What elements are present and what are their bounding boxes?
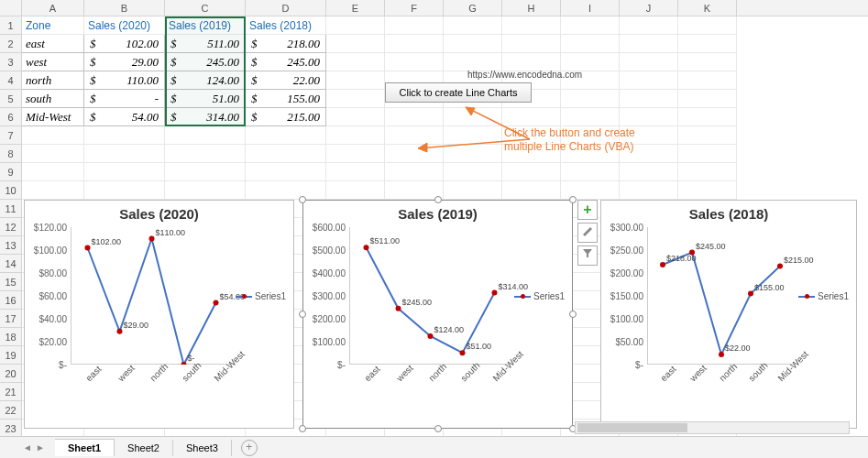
cell-G10[interactable] xyxy=(444,181,502,200)
row-header[interactable]: 18 xyxy=(0,328,22,346)
cell-B6[interactable]: $54.00 xyxy=(84,108,165,126)
cell-G2[interactable] xyxy=(444,35,502,53)
cell-F1[interactable] xyxy=(385,16,444,35)
resize-handle[interactable] xyxy=(299,311,306,318)
cell-E10[interactable] xyxy=(326,181,385,200)
cell-C2[interactable]: $511.00 xyxy=(165,35,246,53)
cell-C8[interactable] xyxy=(165,145,246,163)
cell-D8[interactable] xyxy=(246,145,326,163)
cell-A9[interactable] xyxy=(22,163,84,181)
cell-E3[interactable] xyxy=(326,53,385,71)
cell-J6[interactable] xyxy=(620,108,678,126)
tab-next-icon[interactable]: ► xyxy=(35,442,46,453)
column-header-J[interactable]: J xyxy=(620,0,678,16)
cell-I2[interactable] xyxy=(561,35,620,53)
cell-K4[interactable] xyxy=(678,71,737,90)
cell-A2[interactable]: east xyxy=(22,35,84,53)
cell-J9[interactable] xyxy=(620,163,678,181)
column-header-D[interactable]: D xyxy=(246,0,326,16)
row-header[interactable]: 1 xyxy=(0,16,22,35)
cell-D9[interactable] xyxy=(246,163,326,181)
cell-C9[interactable] xyxy=(165,163,246,181)
cell-J4[interactable] xyxy=(620,71,678,90)
tab-sheet1[interactable]: Sheet1 xyxy=(55,439,115,456)
create-charts-button[interactable]: Click to create Line Charts xyxy=(385,82,532,103)
tab-sheet3[interactable]: Sheet3 xyxy=(173,440,232,456)
cell-B4[interactable]: $110.00 xyxy=(84,71,165,90)
cell-F9[interactable] xyxy=(385,163,444,181)
cell-D2[interactable]: $218.00 xyxy=(246,35,326,53)
cell-J3[interactable] xyxy=(620,53,678,71)
row-header[interactable]: 2 xyxy=(0,35,22,53)
row-header[interactable]: 16 xyxy=(0,291,22,310)
column-header-B[interactable]: B xyxy=(84,0,165,16)
cell-D4[interactable]: $22.00 xyxy=(246,71,326,90)
cell-K3[interactable] xyxy=(678,53,737,71)
cell-G1[interactable] xyxy=(444,16,502,35)
cell-D7[interactable] xyxy=(246,126,326,145)
row-header[interactable]: 6 xyxy=(0,108,22,126)
cell-C6[interactable]: $314.00 xyxy=(165,108,246,126)
cell-E6[interactable] xyxy=(326,108,385,126)
row-header[interactable]: 20 xyxy=(0,365,22,383)
cell-F3[interactable] xyxy=(385,53,444,71)
cell-I9[interactable] xyxy=(561,163,620,181)
row-header[interactable]: 15 xyxy=(0,273,22,291)
cell-B9[interactable] xyxy=(84,163,165,181)
cell-D3[interactable]: $245.00 xyxy=(246,53,326,71)
resize-handle[interactable] xyxy=(434,196,442,203)
cell-C5[interactable]: $51.00 xyxy=(165,90,246,108)
tab-prev-icon[interactable]: ◄ xyxy=(22,442,33,453)
cell-A8[interactable] xyxy=(22,145,84,163)
cell-A7[interactable] xyxy=(22,126,84,145)
row-header[interactable]: 14 xyxy=(0,255,22,273)
chart-filter-button[interactable] xyxy=(577,245,598,266)
row-header[interactable]: 22 xyxy=(0,401,22,420)
row-header[interactable]: 8 xyxy=(0,145,22,163)
cell-A1[interactable]: Zone xyxy=(22,16,84,35)
column-header-H[interactable]: H xyxy=(502,0,561,16)
chart-sales-2019[interactable]: Sales (2019)$-$100.00$200.00$300.00$400.… xyxy=(302,200,573,429)
cell-K7[interactable] xyxy=(678,126,737,145)
cell-C10[interactable] xyxy=(165,181,246,200)
row-header[interactable]: 10 xyxy=(0,181,22,200)
horizontal-scrollbar[interactable] xyxy=(575,421,850,434)
row-header[interactable]: 17 xyxy=(0,310,22,328)
cell-F2[interactable] xyxy=(385,35,444,53)
chart-elements-button[interactable]: + xyxy=(577,200,598,220)
row-header[interactable]: 21 xyxy=(0,383,22,401)
cell-E5[interactable] xyxy=(326,90,385,108)
cell-J5[interactable] xyxy=(620,90,678,108)
cell-D1[interactable]: Sales (2018) xyxy=(246,16,326,35)
cell-J10[interactable] xyxy=(620,181,678,200)
cell-K10[interactable] xyxy=(678,181,737,200)
cell-B2[interactable]: $102.00 xyxy=(84,35,165,53)
column-header-E[interactable]: E xyxy=(326,0,385,16)
resize-handle[interactable] xyxy=(434,425,442,432)
cell-I1[interactable] xyxy=(561,16,620,35)
cell-C3[interactable]: $245.00 xyxy=(165,53,246,71)
cell-E1[interactable] xyxy=(326,16,385,35)
tab-sheet2[interactable]: Sheet2 xyxy=(115,440,173,456)
cell-E9[interactable] xyxy=(326,163,385,181)
row-header[interactable]: 7 xyxy=(0,126,22,145)
cell-J2[interactable] xyxy=(620,35,678,53)
row-header[interactable]: 3 xyxy=(0,53,22,71)
cell-I3[interactable] xyxy=(561,53,620,71)
cell-E7[interactable] xyxy=(326,126,385,145)
resize-handle[interactable] xyxy=(299,425,306,432)
cell-B5[interactable]: $- xyxy=(84,90,165,108)
cell-D5[interactable]: $155.00 xyxy=(246,90,326,108)
cell-H2[interactable] xyxy=(502,35,561,53)
row-header[interactable]: 13 xyxy=(0,236,22,255)
cell-H1[interactable] xyxy=(502,16,561,35)
resize-handle[interactable] xyxy=(299,196,306,203)
cell-A5[interactable]: south xyxy=(22,90,84,108)
cell-A4[interactable]: north xyxy=(22,71,84,90)
column-header-A[interactable]: A xyxy=(22,0,84,16)
cell-B3[interactable]: $29.00 xyxy=(84,53,165,71)
cell-K9[interactable] xyxy=(678,163,737,181)
row-header[interactable]: 12 xyxy=(0,218,22,236)
cell-E2[interactable] xyxy=(326,35,385,53)
chart-sales-2020[interactable]: Sales (2020)$-$20.00$40.00$60.00$80.00$1… xyxy=(24,200,294,429)
